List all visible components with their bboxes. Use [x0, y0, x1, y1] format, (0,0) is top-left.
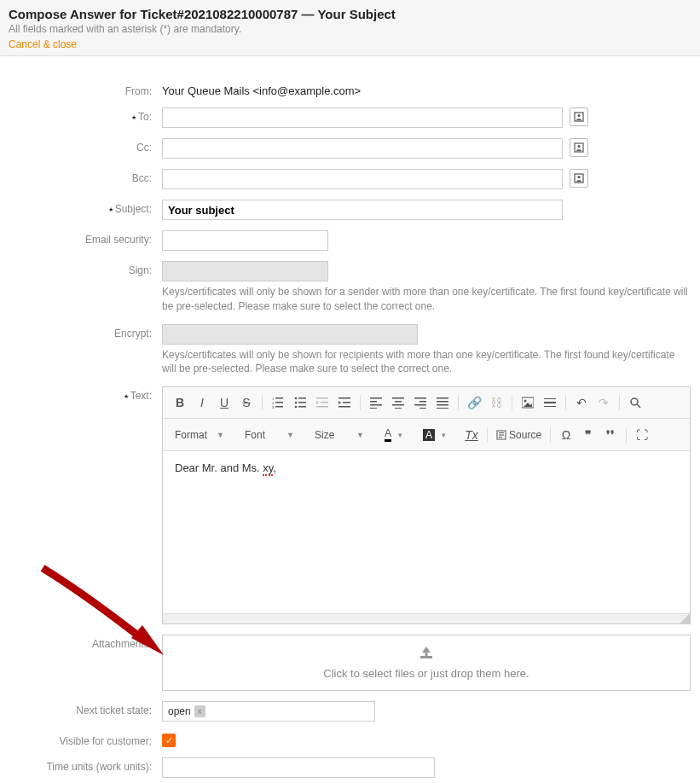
from-label: From:	[9, 82, 162, 97]
svg-rect-29	[370, 408, 377, 409]
addressbook-icon	[574, 112, 584, 122]
attachments-text: Click to select files or just drop them …	[323, 667, 529, 680]
editor-resize-handle[interactable]	[163, 613, 690, 624]
to-input[interactable]	[162, 107, 563, 128]
bcc-addressbook-button[interactable]	[570, 169, 588, 188]
find-icon[interactable]	[625, 392, 645, 413]
source-icon	[496, 430, 506, 440]
page-title: Compose Answer for Ticket#20210822100007…	[9, 7, 691, 21]
svg-rect-18	[316, 397, 328, 399]
text-color-button[interactable]: A▾	[379, 424, 408, 445]
svg-rect-26	[370, 397, 382, 399]
svg-point-3	[577, 145, 580, 148]
horizontal-rule-icon[interactable]	[540, 392, 560, 413]
cc-input[interactable]	[162, 138, 563, 159]
rich-text-editor: B I U S 123	[162, 386, 691, 624]
source-button[interactable]: Source	[493, 425, 545, 445]
svg-marker-44	[524, 403, 532, 407]
svg-rect-13	[298, 397, 306, 399]
quote-close-icon[interactable]: ❜❜	[600, 425, 621, 445]
encrypt-help-text: Keys/certificates will only be shown for…	[162, 348, 691, 377]
special-char-icon[interactable]: Ω	[556, 425, 576, 445]
unlink-icon[interactable]: ⛓	[486, 392, 506, 413]
maximize-icon[interactable]: ⛶	[632, 425, 652, 445]
editor-content-area[interactable]: Dear Mr. and Ms. xy,	[163, 451, 690, 613]
format-select[interactable]: Format▼	[170, 426, 229, 444]
next-state-tag-remove[interactable]: ×	[194, 705, 205, 717]
svg-rect-9	[275, 402, 283, 403]
to-addressbook-button[interactable]	[570, 107, 588, 126]
size-select[interactable]: Size▼	[310, 426, 369, 444]
svg-rect-54	[420, 656, 432, 658]
unordered-list-icon[interactable]	[290, 392, 310, 413]
svg-rect-51	[499, 432, 504, 433]
remove-format-icon[interactable]: Tx	[461, 425, 482, 445]
svg-rect-32	[392, 404, 404, 406]
email-security-input[interactable]	[162, 230, 328, 251]
editor-toolbar-row-1: B I U S 123	[163, 387, 690, 419]
svg-marker-23	[338, 401, 341, 404]
align-center-icon[interactable]	[388, 392, 408, 413]
next-state-label: Next ticket state:	[9, 701, 162, 716]
bcc-label: Bcc:	[9, 169, 162, 184]
text-label: Text:	[9, 386, 162, 402]
addressbook-icon	[574, 142, 584, 153]
addressbook-icon	[574, 173, 584, 183]
svg-rect-20	[321, 402, 328, 403]
svg-rect-34	[414, 397, 426, 399]
svg-text:3: 3	[272, 405, 275, 409]
svg-rect-27	[370, 401, 377, 403]
sign-input	[162, 261, 328, 281]
bg-color-button[interactable]: A▾	[418, 426, 451, 444]
svg-point-5	[577, 176, 580, 178]
visible-label: Visible for customer:	[9, 732, 162, 747]
underline-button[interactable]: U	[214, 392, 234, 413]
svg-rect-33	[395, 408, 402, 409]
editor-text: Dear Mr. and Ms.	[175, 461, 263, 474]
svg-point-16	[295, 406, 298, 409]
redo-icon[interactable]: ↷	[593, 392, 614, 413]
attachments-label: Attachments:	[9, 635, 162, 650]
svg-point-48	[631, 398, 638, 405]
svg-rect-31	[395, 401, 402, 403]
email-security-label: Email security:	[9, 230, 162, 246]
svg-point-14	[295, 402, 298, 404]
align-left-icon[interactable]	[366, 392, 386, 413]
from-value: Your Queue Mails <info@example.com>	[162, 82, 361, 97]
to-label: To:	[9, 107, 162, 123]
ordered-list-icon[interactable]: 123	[268, 392, 288, 413]
svg-rect-39	[437, 401, 448, 403]
time-units-input[interactable]	[162, 757, 435, 778]
subject-input[interactable]	[162, 200, 563, 220]
editor-toolbar-row-2: Format▼ Font▼ Size▼ A▾ A▾ Tx Source Ω	[163, 419, 690, 451]
svg-marker-19	[316, 401, 319, 404]
cc-label: Cc:	[9, 138, 162, 154]
font-select[interactable]: Font▼	[240, 426, 299, 444]
undo-icon[interactable]: ↶	[571, 392, 592, 413]
editor-spelled-word: xy	[263, 461, 273, 476]
bcc-input[interactable]	[162, 169, 563, 189]
image-icon[interactable]	[518, 392, 538, 413]
bold-button[interactable]: B	[170, 392, 190, 413]
next-state-input[interactable]: open ×	[162, 701, 375, 722]
attachments-dropzone[interactable]: Click to select files or just drop them …	[162, 635, 691, 691]
cancel-close-link[interactable]: Cancel & close	[9, 38, 77, 50]
align-justify-icon[interactable]	[432, 392, 453, 413]
svg-rect-7	[275, 397, 283, 399]
align-right-icon[interactable]	[410, 392, 431, 413]
encrypt-input	[162, 324, 418, 345]
visible-checkbox[interactable]: ✓	[162, 734, 176, 747]
svg-rect-17	[298, 406, 306, 408]
link-icon[interactable]: 🔗	[464, 392, 484, 413]
svg-rect-47	[544, 406, 556, 407]
italic-button[interactable]: I	[192, 392, 212, 413]
svg-rect-36	[414, 404, 426, 406]
svg-rect-24	[343, 402, 350, 403]
svg-point-1	[577, 114, 580, 117]
outdent-icon[interactable]	[312, 392, 333, 413]
cc-addressbook-button[interactable]	[570, 138, 588, 157]
quote-open-icon[interactable]: ❞	[578, 425, 599, 445]
strike-button[interactable]: S	[236, 392, 257, 413]
svg-point-12	[295, 397, 298, 400]
indent-icon[interactable]	[334, 392, 355, 413]
